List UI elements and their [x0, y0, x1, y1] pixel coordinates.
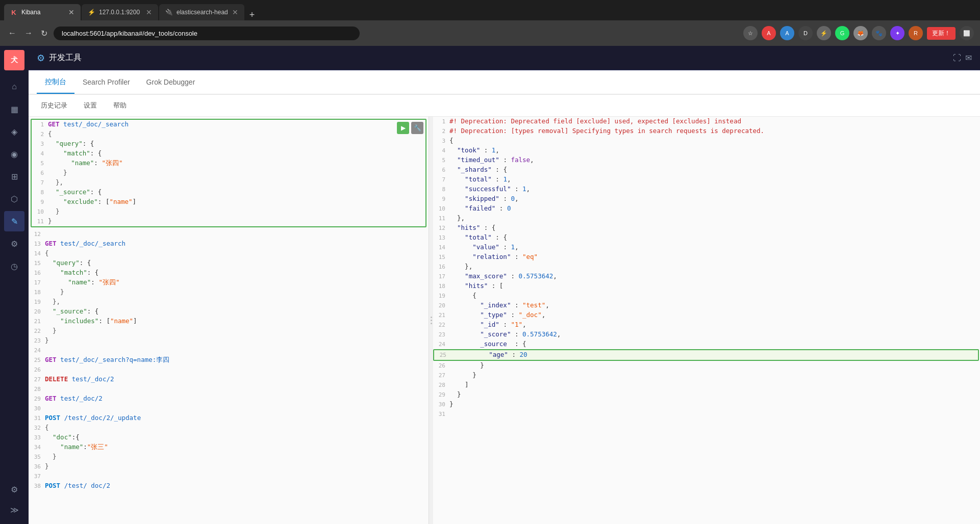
- ext-icon-2[interactable]: A: [780, 26, 794, 40]
- head-tab-label: elasticsearch-head: [177, 9, 228, 16]
- code-line-8: 8 "_source": {: [32, 188, 425, 197]
- kibana-tab-close[interactable]: ✕: [68, 8, 74, 16]
- left-panel: ▶ 🔧 1 GET test/_doc/_search 2 {: [29, 117, 429, 524]
- new-tab-button[interactable]: +: [245, 10, 259, 20]
- divider-dot-3: [431, 323, 432, 324]
- browser-tab-head[interactable]: 🔌 elasticsearch-head ✕: [159, 4, 244, 20]
- ext-icon-5[interactable]: G: [835, 26, 849, 40]
- wrench-button[interactable]: 🔧: [411, 122, 423, 134]
- sidebar-item-dashboard[interactable]: ▦: [4, 99, 24, 119]
- code-line-25: 25 GET test/_doc/_search?q=name:李四: [29, 355, 429, 365]
- browser-toolbar: ← → ↻ ☆ A A D ⚡ G 🦊 🐾 ✦ R 更新！ ⬜: [0, 20, 980, 46]
- browser-tab-kibana[interactable]: K Kibana ✕: [4, 4, 81, 20]
- code-line-36: 36 }: [29, 462, 429, 471]
- ext-icon-6[interactable]: 🦊: [853, 26, 868, 40]
- reload-button[interactable]: ↻: [39, 27, 49, 40]
- address-bar[interactable]: [54, 27, 360, 40]
- app-logo: 犬: [4, 50, 24, 70]
- right-panel: 1 #! Deprecation: Deprecated field [excl…: [433, 117, 980, 524]
- sidebar-item-visualize[interactable]: ◈: [4, 121, 24, 142]
- back-button[interactable]: ←: [6, 27, 18, 40]
- r-line-22: 22 "_id" : "1",: [433, 320, 980, 330]
- code-line-22: 22 }: [29, 326, 429, 336]
- head-tab-close[interactable]: ✕: [232, 8, 238, 16]
- forward-button[interactable]: →: [22, 27, 35, 40]
- code-line-11: 11 }: [32, 217, 425, 226]
- tab-search-profiler[interactable]: Search Profiler: [74, 72, 138, 93]
- r-line-7: 7 "total" : 1,: [433, 175, 980, 185]
- sidebar-item-devtools[interactable]: ✎: [4, 211, 24, 231]
- code-line-9: 9 "exclude": ["name"]: [32, 197, 425, 207]
- bookmark-icon[interactable]: ☆: [743, 26, 758, 40]
- code-line-15: 15 "query": {: [29, 258, 429, 268]
- code-line-30: 30: [29, 404, 429, 413]
- run-btn-container: ▶ 🔧: [397, 122, 423, 134]
- es-tab-close[interactable]: ✕: [146, 8, 152, 16]
- r-line-21: 21 "_type" : "_doc",: [433, 310, 980, 320]
- code-line-7: 7 },: [32, 178, 425, 188]
- user-avatar[interactable]: R: [909, 26, 923, 40]
- window-icon[interactable]: ⬜: [960, 26, 974, 40]
- r-line-28: 28 ]: [433, 380, 980, 390]
- ext-icon-8[interactable]: ✦: [890, 26, 904, 40]
- sidebar-item-monitoring[interactable]: ◷: [4, 256, 24, 276]
- sidebar-item-discover[interactable]: ◉: [4, 144, 24, 164]
- r-line-29: 29 }: [433, 390, 980, 400]
- r-line-20: 20 "_index" : "test",: [433, 301, 980, 310]
- code-line-33: 33 "doc":{: [29, 433, 429, 442]
- panel-divider[interactable]: [429, 117, 433, 524]
- r-line-1: 1 #! Deprecation: Deprecated field [excl…: [433, 117, 980, 126]
- fullscreen-button[interactable]: ⛶: [953, 53, 961, 63]
- code-line-32: 32 {: [29, 423, 429, 433]
- settings-button[interactable]: 设置: [80, 99, 101, 112]
- code-line-24: 24: [29, 346, 429, 355]
- notifications-button[interactable]: ✉: [965, 53, 972, 63]
- ext-icon-3[interactable]: D: [798, 26, 813, 40]
- tab-console[interactable]: 控制台: [37, 71, 74, 94]
- r-line-16: 16 },: [433, 262, 980, 272]
- divider-dot-1: [431, 317, 432, 318]
- ext-icon-1[interactable]: A: [762, 26, 776, 40]
- toolbar-icons: ☆ A A D ⚡ G 🦊 🐾 ✦ R 更新！ ⬜: [743, 26, 974, 40]
- code-line-20: 20 "_source": {: [29, 307, 429, 317]
- left-code-area[interactable]: ▶ 🔧 1 GET test/_doc/_search 2 {: [29, 117, 429, 524]
- r-line-31: 31: [433, 409, 980, 419]
- sidebar-item-expand[interactable]: ≫: [4, 500, 24, 520]
- code-line-27: 27 DELETE test/_doc/2: [29, 375, 429, 384]
- run-button[interactable]: ▶: [397, 122, 409, 134]
- editor-area: ▶ 🔧 1 GET test/_doc/_search 2 {: [29, 117, 980, 524]
- code-line-4: 4 "match": {: [32, 149, 425, 159]
- update-button[interactable]: 更新！: [927, 27, 956, 40]
- kibana-tab-label: Kibana: [21, 9, 40, 16]
- r-line-23: 23 "_score" : 0.5753642,: [433, 330, 980, 339]
- es-tab-icon: ⚡: [88, 9, 95, 16]
- code-line-16: 16 "match": {: [29, 268, 429, 278]
- app-title: 开发工具: [49, 53, 82, 63]
- help-button[interactable]: 帮助: [109, 99, 131, 112]
- history-button[interactable]: 历史记录: [37, 99, 71, 112]
- sidebar-item-canvas[interactable]: ⬡: [4, 189, 24, 209]
- ext-icon-7[interactable]: 🐾: [872, 26, 886, 40]
- code-line-26: 26: [29, 365, 429, 375]
- browser-tab-es[interactable]: ⚡ 127.0.0.1:9200 ✕: [82, 4, 158, 20]
- code-line-2: 2 {: [32, 129, 425, 139]
- sidebar-item-maps[interactable]: ⊞: [4, 166, 24, 187]
- r-line-12: 12 "hits" : {: [433, 223, 980, 233]
- sidebar-item-management[interactable]: ⚙: [4, 479, 24, 500]
- highlighted-result-block: 25 "age" : 20: [433, 349, 979, 361]
- sidebar-item-home[interactable]: ⌂: [4, 76, 24, 97]
- code-line-13: 13 GET test/_doc/_search: [29, 239, 429, 249]
- code-line-17: 17 "name": "张四": [29, 278, 429, 287]
- r-line-4: 4 "took" : 1,: [433, 146, 980, 155]
- tab-grok-debugger[interactable]: Grok Debugger: [138, 72, 204, 93]
- code-line-34: 34 "name":"张三": [29, 442, 429, 452]
- code-line-12: 12: [29, 229, 429, 239]
- sidebar-item-ml[interactable]: ⚙: [4, 233, 24, 254]
- code-line-18: 18 }: [29, 287, 429, 297]
- code-line-28: 28: [29, 384, 429, 394]
- right-code-area[interactable]: 1 #! Deprecation: Deprecated field [excl…: [433, 117, 980, 524]
- code-line-38: 38 POST /test/ doc/2: [29, 481, 429, 491]
- r-line-18: 18 "hits" : [: [433, 281, 980, 291]
- ext-icon-4[interactable]: ⚡: [817, 26, 831, 40]
- code-line-6: 6 }: [32, 168, 425, 178]
